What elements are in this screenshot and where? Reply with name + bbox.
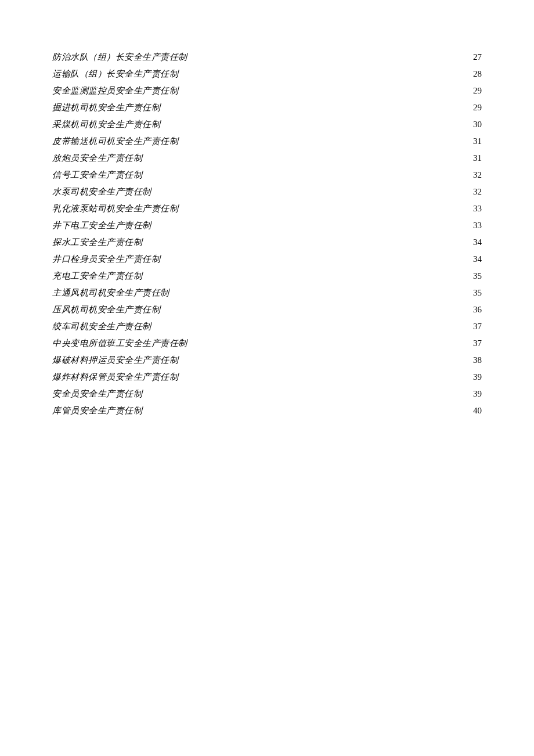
toc-title: 充电工安全生产责任制 (52, 268, 142, 285)
toc-entry[interactable]: 中央变电所值班工安全生产责任制37 (52, 335, 482, 352)
toc-entry[interactable]: 爆破材料押运员安全生产责任制38 (52, 352, 482, 369)
toc-page-number: 33 (472, 217, 482, 234)
toc-entry[interactable]: 探水工安全生产责任制34 (52, 234, 482, 251)
toc-title: 防治水队（组）长安全生产责任制 (52, 49, 187, 66)
toc-page-number: 36 (472, 301, 482, 318)
toc-title: 爆炸材料保管员安全生产责任制 (52, 369, 178, 386)
table-of-contents: 防治水队（组）长安全生产责任制27运输队（组）长安全生产责任制28安全监测监控员… (52, 49, 482, 419)
toc-page-number: 37 (472, 335, 482, 352)
toc-entry[interactable]: 井口检身员安全生产责任制34 (52, 251, 482, 268)
toc-page-number: 40 (472, 402, 482, 419)
toc-page-number: 35 (472, 285, 482, 301)
toc-entry[interactable]: 安全监测监控员安全生产责任制29 (52, 82, 482, 99)
toc-entry[interactable]: 爆炸材料保管员安全生产责任制39 (52, 369, 482, 386)
toc-title: 安全员安全生产责任制 (52, 386, 142, 402)
toc-title: 井下电工安全生产责任制 (52, 217, 151, 234)
toc-title: 中央变电所值班工安全生产责任制 (52, 335, 187, 352)
toc-title: 运输队（组）长安全生产责任制 (52, 66, 178, 82)
toc-page-number: 31 (472, 133, 482, 150)
toc-page-number: 38 (472, 352, 482, 369)
toc-title: 乳化液泵站司机安全生产责任制 (52, 200, 178, 217)
toc-page-number: 34 (472, 234, 482, 251)
toc-page-number: 39 (472, 369, 482, 386)
toc-entry[interactable]: 压风机司机安全生产责任制36 (52, 301, 482, 318)
toc-entry[interactable]: 库管员安全生产责任制40 (52, 402, 482, 419)
toc-page-number: 29 (472, 82, 482, 99)
toc-title: 爆破材料押运员安全生产责任制 (52, 352, 178, 369)
toc-page-number: 30 (472, 116, 482, 133)
toc-title: 主通风机司机安全生产责任制 (52, 285, 169, 301)
toc-entry[interactable]: 采煤机司机安全生产责任制30 (52, 116, 482, 133)
toc-entry[interactable]: 充电工安全生产责任制35 (52, 268, 482, 285)
toc-entry[interactable]: 主通风机司机安全生产责任制35 (52, 285, 482, 301)
toc-title: 皮带输送机司机安全生产责任制 (52, 133, 178, 150)
toc-entry[interactable]: 运输队（组）长安全生产责任制28 (52, 66, 482, 82)
toc-entry[interactable]: 水泵司机安全生产责任制32 (52, 183, 482, 200)
toc-page-number: 29 (472, 99, 482, 116)
toc-entry[interactable]: 放炮员安全生产责任制31 (52, 150, 482, 167)
toc-title: 井口检身员安全生产责任制 (52, 251, 160, 268)
toc-title: 采煤机司机安全生产责任制 (52, 116, 160, 133)
toc-entry[interactable]: 信号工安全生产责任制32 (52, 167, 482, 183)
toc-page-number: 31 (472, 150, 482, 167)
toc-title: 探水工安全生产责任制 (52, 234, 142, 251)
toc-entry[interactable]: 乳化液泵站司机安全生产责任制33 (52, 200, 482, 217)
toc-title: 压风机司机安全生产责任制 (52, 301, 160, 318)
toc-title: 库管员安全生产责任制 (52, 402, 142, 419)
toc-page-number: 27 (472, 49, 482, 66)
toc-entry[interactable]: 绞车司机安全生产责任制37 (52, 318, 482, 335)
toc-page-number: 34 (472, 251, 482, 268)
toc-title: 信号工安全生产责任制 (52, 167, 142, 183)
toc-page-number: 33 (472, 200, 482, 217)
toc-title: 绞车司机安全生产责任制 (52, 318, 151, 335)
toc-entry[interactable]: 掘进机司机安全生产责任制29 (52, 99, 482, 116)
toc-title: 放炮员安全生产责任制 (52, 150, 142, 167)
toc-page-number: 35 (472, 268, 482, 285)
toc-page-number: 39 (472, 386, 482, 402)
toc-entry[interactable]: 安全员安全生产责任制39 (52, 386, 482, 402)
toc-page-number: 37 (472, 318, 482, 335)
toc-entry[interactable]: 井下电工安全生产责任制33 (52, 217, 482, 234)
toc-title: 水泵司机安全生产责任制 (52, 183, 151, 200)
toc-entry[interactable]: 防治水队（组）长安全生产责任制27 (52, 49, 482, 66)
toc-entry[interactable]: 皮带输送机司机安全生产责任制31 (52, 133, 482, 150)
toc-title: 安全监测监控员安全生产责任制 (52, 82, 178, 99)
toc-page-number: 32 (472, 167, 482, 183)
toc-title: 掘进机司机安全生产责任制 (52, 99, 160, 116)
toc-page-number: 28 (472, 66, 482, 82)
toc-page-number: 32 (472, 183, 482, 200)
